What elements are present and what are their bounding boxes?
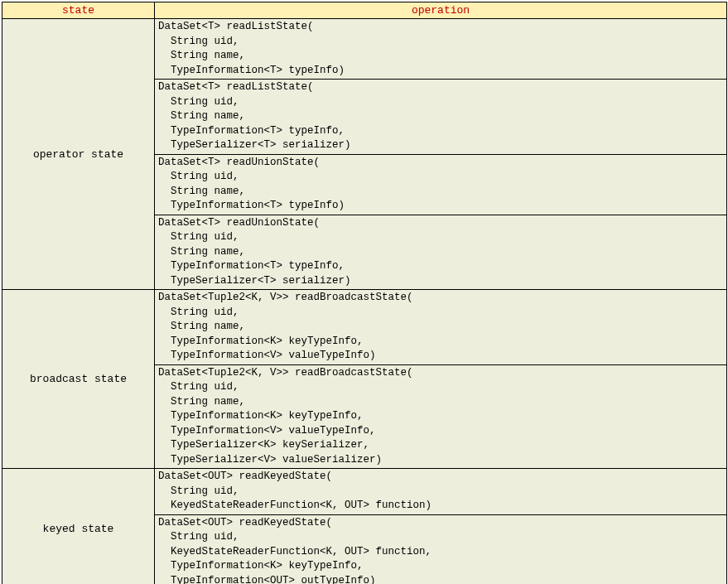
header-operation: operation bbox=[155, 2, 727, 19]
operation-cell: DataSet<T> readListState( String uid, St… bbox=[155, 19, 727, 80]
state-cell-operator: operator state bbox=[2, 19, 155, 290]
operation-cell: DataSet<Tuple2<K, V>> readBroadcastState… bbox=[155, 364, 727, 469]
table-row: operator state DataSet<T> readListState(… bbox=[2, 19, 727, 80]
state-cell-broadcast: broadcast state bbox=[2, 290, 155, 469]
api-table: state operation operator state DataSet<T… bbox=[2, 2, 727, 584]
operation-cell: DataSet<OUT> readKeyedState( String uid,… bbox=[155, 469, 727, 515]
operation-cell: DataSet<T> readListState( String uid, St… bbox=[155, 80, 727, 155]
operation-cell: DataSet<Tuple2<K, V>> readBroadcastState… bbox=[155, 290, 727, 365]
operation-cell: DataSet<T> readUnionState( String uid, S… bbox=[155, 215, 727, 290]
header-state: state bbox=[2, 2, 155, 19]
operation-cell: DataSet<OUT> readKeyedState( String uid,… bbox=[155, 514, 727, 584]
table-row: keyed state DataSet<OUT> readKeyedState(… bbox=[2, 469, 727, 515]
state-cell-keyed: keyed state bbox=[2, 469, 155, 585]
operation-cell: DataSet<T> readUnionState( String uid, S… bbox=[155, 154, 727, 215]
table-header-row: state operation bbox=[2, 2, 727, 19]
table-row: broadcast state DataSet<Tuple2<K, V>> re… bbox=[2, 290, 727, 365]
